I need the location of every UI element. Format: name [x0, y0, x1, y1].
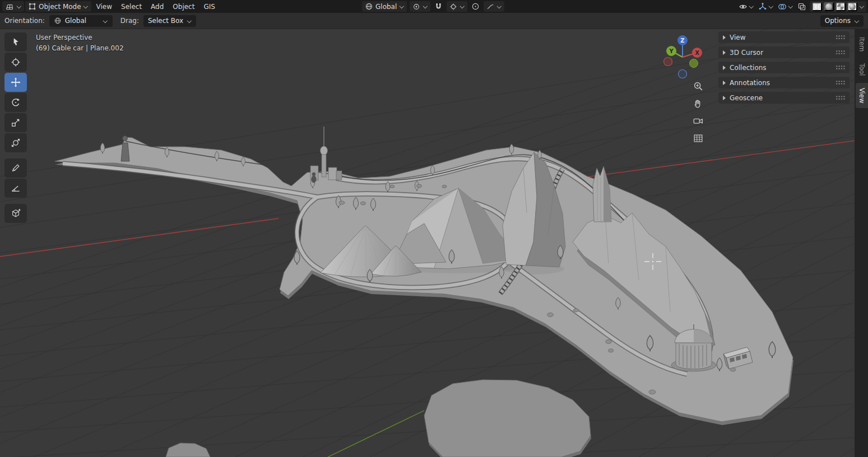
scale-icon — [10, 117, 21, 128]
measure-icon — [10, 183, 21, 194]
panel-drag-grip[interactable] — [835, 95, 845, 100]
viewport-nav-buttons — [691, 80, 705, 145]
object-types-visibility-icon — [739, 2, 748, 11]
panel-label: 3D Cursor — [730, 49, 763, 57]
projection-grid-icon — [692, 132, 704, 144]
chevron-right-icon — [723, 35, 726, 40]
tab-view[interactable]: View — [856, 83, 868, 108]
panel-drag-grip[interactable] — [835, 80, 845, 85]
pan-hand-icon — [692, 97, 704, 110]
shading-wireframe-icon — [814, 3, 820, 10]
gizmo-axis-neg-y-ball[interactable] — [690, 59, 698, 68]
gizmo-axis-neg-x-ball[interactable] — [664, 58, 672, 66]
tool-add-cube[interactable] — [4, 204, 27, 223]
tool-group-gap — [4, 199, 27, 203]
panel-label: View — [730, 34, 745, 41]
show-overlays-dropdown[interactable] — [777, 2, 794, 12]
select-box-icon — [10, 36, 21, 48]
shading-rendered-icon — [849, 3, 856, 10]
editor-type-button[interactable] — [2, 1, 24, 12]
tool-group-gap — [4, 153, 27, 157]
globe-icon — [365, 2, 373, 11]
panel-drag-grip[interactable] — [835, 65, 845, 70]
panel-geoscene[interactable]: Geoscene — [718, 92, 850, 104]
chevron-down-icon — [749, 4, 754, 9]
tool-annotate[interactable] — [4, 158, 27, 178]
tool-transform[interactable] — [4, 133, 27, 152]
panel-3d-cursor[interactable]: 3D Cursor — [718, 46, 850, 58]
object-types-visibility-dropdown[interactable] — [737, 2, 755, 12]
orientation-dropdown[interactable]: Global — [49, 15, 113, 27]
add-cube-icon — [10, 208, 21, 219]
tool-rotate[interactable] — [4, 93, 27, 112]
panel-collections[interactable]: Collections — [718, 62, 850, 73]
snap-toggle-button[interactable] — [433, 2, 444, 11]
tab-item[interactable]: Item — [856, 32, 868, 57]
menu-add[interactable]: Add — [147, 2, 168, 11]
tool-move[interactable] — [4, 73, 27, 92]
drag-dropdown[interactable]: Select Box — [143, 15, 196, 27]
tab-tool[interactable]: Tool — [856, 58, 868, 81]
chevron-down-icon — [187, 18, 192, 24]
tool-scale[interactable] — [4, 113, 27, 132]
chevron-down-icon — [459, 4, 465, 9]
camera-icon — [692, 115, 704, 127]
chevron-down-icon — [859, 4, 864, 9]
snap-settings-dropdown[interactable] — [447, 1, 467, 12]
magnet-icon — [434, 2, 443, 11]
chevron-down-icon — [854, 18, 859, 24]
perspective-label: User Perspective — [36, 32, 124, 43]
gizmo-x-label: X — [695, 50, 699, 56]
shading-material-icon — [837, 3, 844, 10]
shading-material-button[interactable] — [835, 2, 846, 11]
shading-solid-button[interactable] — [824, 2, 834, 11]
panel-label: Collections — [730, 64, 767, 72]
menu-view[interactable]: View — [92, 2, 116, 11]
proportional-editing-button[interactable] — [470, 2, 481, 11]
toggle-xray-button[interactable] — [796, 2, 807, 12]
zoom-button[interactable] — [691, 80, 705, 93]
menu-select[interactable]: Select — [117, 2, 146, 11]
navigation-gizmo[interactable]: Z Y X — [659, 31, 706, 78]
proportional-editing-icon — [471, 2, 480, 11]
tool-shelf — [4, 32, 27, 223]
move-icon — [10, 77, 21, 88]
tool-measure[interactable] — [4, 179, 27, 198]
chevron-down-icon — [423, 4, 428, 9]
drag-label: Drag: — [120, 17, 139, 25]
gizmo-axis-neg-z-ball[interactable] — [679, 70, 687, 78]
falloff-dropdown[interactable] — [484, 1, 504, 12]
pan-button[interactable] — [691, 97, 705, 110]
n-panel-sidebar: View 3D Cursor Collections Annotations G… — [718, 31, 850, 104]
shading-wireframe-button[interactable] — [812, 2, 822, 11]
panel-annotations[interactable]: Annotations — [718, 77, 850, 88]
panel-drag-grip[interactable] — [835, 35, 845, 40]
toggle-projection-button[interactable] — [691, 132, 705, 145]
tool-select-box[interactable] — [4, 32, 27, 52]
show-gizmo-icon — [758, 2, 767, 11]
viewport-display-cluster — [737, 1, 866, 12]
active-object-label: (69) Cable car | Plane.002 — [36, 43, 124, 54]
shading-rendered-button[interactable] — [847, 2, 857, 11]
small-figure — [312, 172, 317, 183]
tool-cursor[interactable] — [4, 53, 27, 72]
transform-orientation-dropdown[interactable]: Global — [362, 1, 407, 12]
rotate-icon — [10, 97, 21, 108]
editor-type-3d-viewport-icon — [5, 2, 14, 11]
mode-dropdown[interactable]: Object Mode — [25, 1, 91, 12]
options-dropdown[interactable]: Options — [820, 15, 864, 27]
chevron-right-icon — [723, 50, 726, 55]
drag-value: Select Box — [148, 17, 183, 25]
show-gizmo-dropdown[interactable] — [757, 2, 774, 12]
chevron-down-icon — [496, 4, 502, 9]
menu-gis[interactable]: GIS — [199, 2, 219, 11]
falloff-curve-icon — [486, 3, 494, 11]
panel-view[interactable]: View — [718, 31, 850, 43]
pivot-point-dropdown[interactable] — [410, 1, 430, 12]
chevron-down-icon — [103, 18, 108, 24]
camera-view-button[interactable] — [691, 114, 705, 128]
toggle-xray-icon — [797, 2, 806, 11]
panel-drag-grip[interactable] — [835, 50, 845, 55]
orientation-value: Global — [65, 17, 100, 25]
menu-object[interactable]: Object — [169, 2, 198, 11]
